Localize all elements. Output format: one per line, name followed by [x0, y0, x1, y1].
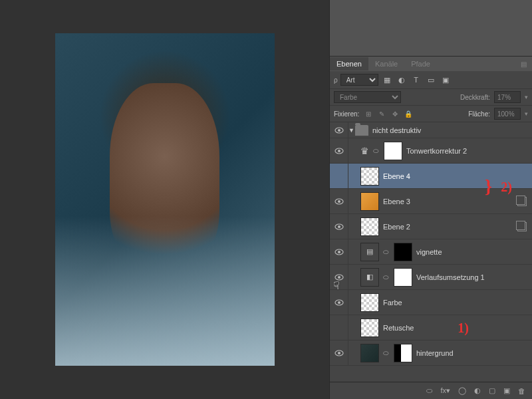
fill-input[interactable]: [494, 108, 521, 120]
mask-thumbnail[interactable]: [394, 268, 412, 287]
svg-point-13: [338, 301, 340, 304]
layer-thumbnail[interactable]: [360, 319, 379, 337]
new-adjustment-icon[interactable]: ◐: [474, 386, 481, 395]
layer-row[interactable]: ▤ ⬭ vignette: [330, 239, 532, 265]
visibility-toggle[interactable]: [334, 198, 344, 205]
tab-layers[interactable]: Ebenen: [330, 57, 368, 70]
svg-point-5: [338, 200, 340, 203]
panel-tabs: Ebenen Kanäle Pfade ▤: [330, 57, 532, 71]
layer-thumbnail[interactable]: [360, 217, 379, 236]
layer-thumbnail[interactable]: [360, 293, 379, 312]
opacity-label: Deckkraft:: [460, 94, 490, 101]
svg-point-11: [338, 276, 340, 279]
delete-layer-icon[interactable]: 🗑: [518, 387, 525, 395]
opacity-dropdown-icon[interactable]: ▾: [525, 94, 528, 100]
lock-label: Fixieren:: [334, 110, 359, 118]
mask-thumbnail[interactable]: [394, 243, 412, 261]
layer-group[interactable]: ▼ nicht destruktiv: [330, 122, 532, 138]
layer-name[interactable]: Ebene 3: [383, 198, 410, 205]
opacity-input[interactable]: [494, 91, 521, 103]
layer-name[interactable]: Ebene 4: [383, 172, 410, 180]
visibility-toggle[interactable]: [334, 249, 344, 255]
annotation-one: 1): [458, 321, 469, 336]
lock-all-icon[interactable]: 🔒: [403, 108, 414, 119]
link-icon: ⬭: [383, 248, 390, 256]
layers-bottom-bar: ⬭ fx▾ ◯ ◐ ▢ ▣ 🗑: [330, 382, 532, 399]
svg-point-3: [338, 150, 340, 152]
filter-pixel-icon[interactable]: ▦: [381, 74, 393, 86]
layer-row[interactable]: Ebene 3: [330, 189, 532, 214]
visibility-toggle[interactable]: [334, 350, 344, 356]
panels-sidebar: Ebenen Kanäle Pfade ▤ ρ Art ▦ ◐ T ▭ ▣ Fa…: [329, 0, 532, 399]
layer-thumbnail[interactable]: [360, 167, 379, 186]
layer-row[interactable]: ♛ ⬭ Tonwertkorrektur 2: [330, 138, 532, 164]
link-icon: ⬭: [383, 349, 390, 357]
layer-row[interactable]: Ebene 4 } 2): [330, 164, 532, 189]
add-mask-icon[interactable]: ◯: [458, 386, 466, 395]
lock-pixels-icon[interactable]: ✎: [376, 108, 387, 119]
folder-icon: [355, 125, 368, 136]
fill-label: Fläche:: [468, 110, 490, 118]
svg-point-15: [338, 352, 340, 354]
cursor-icon: ☟: [333, 279, 340, 292]
visibility-toggle[interactable]: [334, 148, 344, 154]
filter-type-select[interactable]: Art: [340, 74, 378, 86]
group-name[interactable]: nicht destruktiv: [372, 126, 421, 134]
crown-icon: ♛: [360, 146, 369, 156]
mask-thumbnail[interactable]: [394, 344, 412, 362]
svg-point-7: [338, 225, 340, 228]
layer-filter-bar: ρ Art ▦ ◐ T ▭ ▣: [330, 71, 532, 89]
filter-type-icon[interactable]: T: [410, 74, 422, 86]
canvas-area[interactable]: [0, 0, 329, 399]
tab-channels[interactable]: Kanäle: [368, 57, 404, 70]
adjustment-thumbnail[interactable]: ◧: [360, 268, 379, 287]
lock-fill-row: Fixieren: ⊞ ✎ ✥ 🔒 Fläche: ▾: [330, 106, 532, 122]
lock-position-icon[interactable]: ✥: [390, 108, 400, 119]
search-icon: ρ: [334, 76, 338, 84]
svg-point-1: [338, 129, 340, 132]
mask-thumbnail[interactable]: [384, 142, 402, 160]
document-preview[interactable]: [55, 33, 275, 366]
tab-paths[interactable]: Pfade: [404, 57, 437, 70]
adjustment-thumbnail[interactable]: ▤: [360, 243, 379, 261]
layer-linked-icon: [517, 222, 527, 231]
visibility-toggle[interactable]: [334, 299, 344, 306]
layer-name[interactable]: Ebene 2: [383, 223, 410, 231]
visibility-toggle[interactable]: [334, 223, 344, 230]
new-group-icon[interactable]: ▢: [489, 386, 495, 395]
new-layer-icon[interactable]: ▣: [503, 386, 510, 395]
collapsed-panel: [330, 0, 532, 57]
link-icon: ⬭: [373, 147, 380, 155]
blend-opacity-row: Farbe Deckkraft: ▾: [330, 89, 532, 106]
layer-name[interactable]: Tonwertkorrektur 2: [406, 147, 467, 155]
link-layers-icon[interactable]: ⬭: [426, 386, 432, 395]
layer-name[interactable]: hintergrund: [416, 349, 454, 357]
visibility-toggle[interactable]: [334, 127, 344, 134]
svg-point-9: [338, 251, 340, 253]
layer-row[interactable]: ⬭ hintergrund: [330, 340, 532, 366]
layers-list: ▼ nicht destruktiv ♛ ⬭ Tonwertkorrektur …: [330, 122, 532, 382]
fill-dropdown-icon[interactable]: ▾: [525, 110, 528, 117]
blend-mode-select[interactable]: Farbe: [334, 91, 401, 103]
disclosure-icon[interactable]: ▼: [348, 127, 355, 134]
panel-menu-icon[interactable]: ▤: [515, 61, 532, 68]
layer-name[interactable]: Verlaufsumsetzung 1: [416, 273, 485, 281]
filter-shape-icon[interactable]: ▭: [425, 74, 437, 86]
layer-fx-icon[interactable]: fx▾: [440, 386, 450, 395]
layer-row[interactable]: Ebene 2: [330, 214, 532, 239]
layer-row[interactable]: ◧ ⬭ Verlaufsumsetzung 1: [330, 265, 532, 290]
layer-thumbnail[interactable]: [360, 344, 379, 362]
layer-name[interactable]: Retusche: [383, 324, 414, 332]
filter-adjustment-icon[interactable]: ◐: [396, 74, 408, 86]
filter-smartobject-icon[interactable]: ▣: [440, 74, 452, 86]
link-icon: ⬭: [383, 273, 390, 281]
layer-linked-icon: [517, 197, 527, 206]
layer-row[interactable]: Farbe: [330, 290, 532, 315]
layer-name[interactable]: Farbe: [383, 299, 402, 307]
layer-thumbnail[interactable]: [360, 192, 379, 211]
layer-name[interactable]: vignette: [416, 248, 442, 256]
layer-row[interactable]: Retusche 1) ☟: [330, 315, 532, 340]
lock-transparency-icon[interactable]: ⊞: [363, 108, 374, 119]
